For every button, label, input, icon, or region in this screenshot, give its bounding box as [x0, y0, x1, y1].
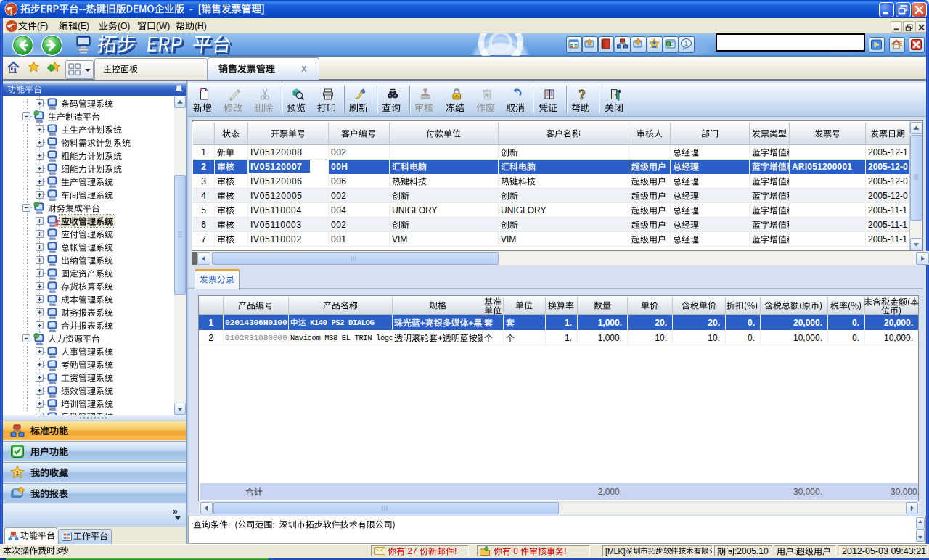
svg-text:?: ?: [578, 87, 586, 102]
svg-text:1: 1: [684, 40, 688, 47]
svg-text:1: 1: [15, 469, 19, 477]
